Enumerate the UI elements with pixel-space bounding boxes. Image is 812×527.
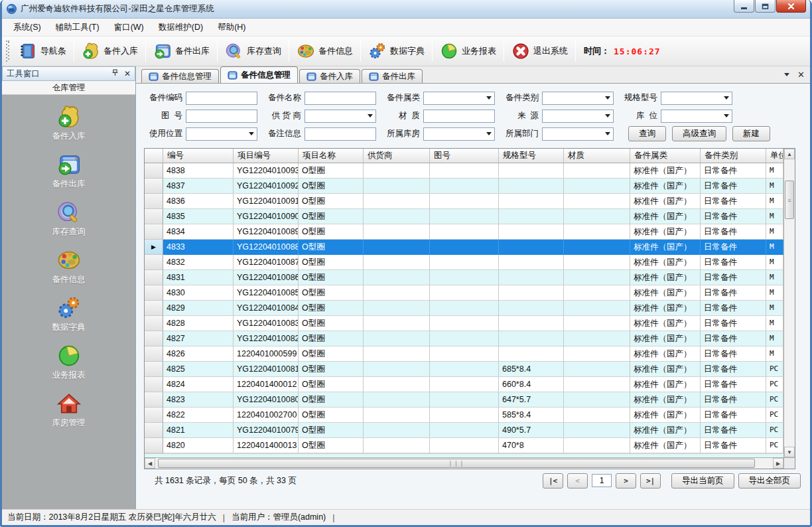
row-selector[interactable] [145, 255, 163, 270]
cell-project-name[interactable]: O型圈 [299, 362, 364, 377]
new-button[interactable]: 新建 [732, 126, 770, 141]
cell-category[interactable]: 日常备件 [701, 316, 766, 331]
cell-figure-no[interactable] [430, 270, 499, 285]
toolbar-parts-in-button[interactable]: 备件入库 [76, 39, 144, 63]
cell-attribute[interactable]: 标准件（国产） [630, 255, 701, 270]
cell-unit[interactable]: PC [766, 377, 783, 392]
cell-project-name[interactable]: O型圈 [299, 331, 364, 346]
cell-category[interactable]: 日常备件 [701, 270, 766, 285]
row-selector[interactable] [145, 423, 163, 438]
cell-project-name[interactable]: O型圈 [299, 316, 364, 331]
cell-attribute[interactable]: 标准件（国产） [630, 316, 701, 331]
tab-3[interactable]: 备件入库 [299, 69, 360, 83]
table-row[interactable]: 4835YG12204010090O型圈标准件（国产）日常备件M [145, 209, 783, 224]
row-selector[interactable] [145, 408, 163, 423]
first-page-button[interactable]: |< [543, 473, 563, 489]
toolbar-parts-info-button[interactable]: 备件信息 [291, 39, 359, 63]
sidebar-item-data-dictionary[interactable]: 数据字典 [2, 295, 135, 333]
cell-attribute[interactable]: 标准件（国产） [630, 438, 701, 453]
cell-unit[interactable]: M [766, 194, 783, 209]
cell-id[interactable]: 4831 [163, 270, 234, 285]
cell-figure-no[interactable] [430, 255, 499, 270]
cell-project-no[interactable]: YG12204010091 [234, 194, 299, 209]
last-page-button[interactable]: >| [640, 473, 661, 489]
cell-category[interactable]: 日常备件 [701, 392, 766, 408]
cell-project-name[interactable]: O型圈 [299, 163, 364, 179]
cell-material[interactable] [564, 270, 630, 285]
vertical-scrollbar-thumb[interactable] [785, 181, 794, 219]
cell-figure-no[interactable] [430, 179, 499, 194]
cell-project-no[interactable]: 1220401400013 [234, 438, 299, 453]
cell-figure-no[interactable] [430, 209, 499, 224]
cell-id[interactable]: 4824 [163, 377, 234, 392]
row-selector[interactable] [145, 362, 163, 377]
cell-id[interactable]: 4821 [163, 423, 234, 438]
cell-category[interactable]: 日常备件 [701, 438, 766, 453]
cell-id[interactable]: 4834 [163, 224, 234, 240]
cell-attribute[interactable]: 标准件（国产） [630, 224, 701, 240]
cell-unit[interactable]: M [766, 209, 783, 224]
cell-category[interactable]: 日常备件 [701, 255, 766, 270]
cell-figure-no[interactable] [430, 362, 499, 377]
cell-supplier[interactable] [364, 377, 430, 392]
part-code-input[interactable] [186, 92, 257, 105]
row-selector[interactable] [145, 392, 163, 408]
table-row[interactable]: 4834YG12204010089O型圈标准件（国产）日常备件M [145, 224, 783, 240]
cell-material[interactable] [564, 179, 630, 194]
part-attribute-select[interactable] [423, 92, 495, 105]
row-selector[interactable] [145, 377, 163, 392]
table-row[interactable]: 4838YG12204010093O型圈标准件（国产）日常备件M [145, 163, 783, 179]
cell-supplier[interactable] [364, 301, 430, 316]
cell-id[interactable]: 4832 [163, 255, 234, 270]
cell-supplier[interactable] [364, 179, 430, 194]
cell-category[interactable]: 日常备件 [701, 346, 766, 362]
cell-unit[interactable]: M [766, 179, 783, 194]
row-selector[interactable] [145, 194, 163, 209]
cell-spec[interactable]: 490*5.7 [499, 423, 564, 438]
cell-figure-no[interactable] [430, 346, 499, 362]
cell-supplier[interactable] [364, 423, 430, 438]
cell-attribute[interactable]: 标准件（国产） [630, 346, 701, 362]
grid-header-unit[interactable]: 单位 [766, 149, 783, 163]
cell-unit[interactable]: PC [766, 423, 783, 438]
cell-category[interactable]: 日常备件 [701, 285, 766, 301]
cell-material[interactable] [564, 377, 630, 392]
cell-project-no[interactable]: YG12204010082 [234, 331, 299, 346]
sidebar-item-parts-out[interactable]: 备件出库 [2, 152, 135, 190]
cell-attribute[interactable]: 标准件（国产） [630, 392, 701, 408]
part-category-select[interactable] [542, 92, 614, 105]
export-current-page-button[interactable]: 导出当前页 [671, 473, 734, 489]
page-number-input[interactable] [592, 474, 612, 487]
cell-category[interactable]: 日常备件 [701, 224, 766, 240]
row-selector[interactable] [145, 301, 163, 316]
sidebar-item-parts-info[interactable]: 备件信息 [2, 248, 135, 285]
cell-spec[interactable] [499, 285, 564, 301]
toolbar-parts-out-button[interactable]: 备件出库 [147, 39, 216, 63]
tool-window-close-icon[interactable]: ✕ [124, 69, 131, 78]
grid-header-project-name[interactable]: 项目名称 [299, 149, 364, 163]
use-position-select[interactable] [186, 127, 257, 141]
cell-unit[interactable]: M [766, 240, 783, 255]
cell-project-name[interactable]: O型圈 [299, 255, 364, 270]
cell-figure-no[interactable] [430, 392, 499, 408]
cell-unit[interactable]: M [766, 285, 783, 301]
cell-category[interactable]: 日常备件 [701, 209, 766, 224]
cell-attribute[interactable]: 标准件（国产） [630, 240, 701, 255]
cell-id[interactable]: 4828 [163, 316, 234, 331]
cell-material[interactable] [564, 316, 630, 331]
cell-category[interactable]: 日常备件 [701, 179, 766, 194]
cell-supplier[interactable] [364, 438, 430, 453]
grid-header-supplier[interactable]: 供货商 [364, 149, 430, 163]
grid-header-attribute[interactable]: 备件属类 [630, 149, 701, 163]
cell-category[interactable]: 日常备件 [701, 331, 766, 346]
cell-project-no[interactable]: YG12204010081 [234, 362, 299, 377]
tab-1[interactable]: 备件信息管理 [141, 69, 219, 83]
menu-item-4[interactable]: 数据维护(D) [151, 19, 210, 37]
cell-attribute[interactable]: 标准件（国产） [630, 194, 701, 209]
next-page-button[interactable]: > [616, 473, 636, 489]
cell-unit[interactable]: PC [766, 362, 783, 377]
cell-supplier[interactable] [364, 362, 430, 377]
spec-model-select[interactable] [661, 92, 732, 105]
remark-input[interactable] [304, 127, 376, 141]
cell-spec[interactable]: 660*8.4 [499, 377, 564, 392]
